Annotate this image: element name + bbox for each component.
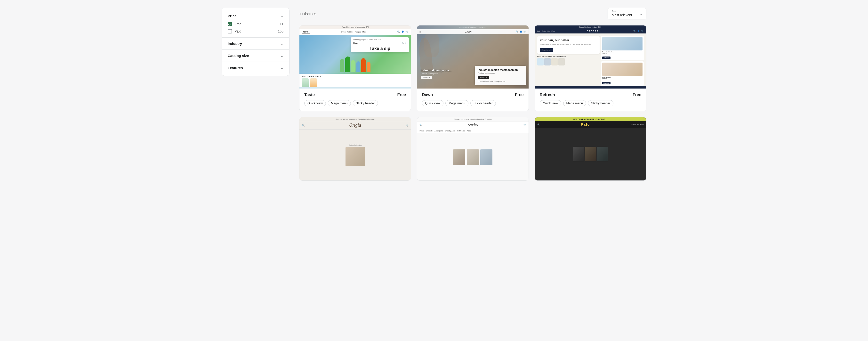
palo-nav: 🔍 Palo Shop UMONI: [535, 121, 646, 128]
refresh-tag-2[interactable]: Sticky header: [588, 100, 613, 106]
taste-browser: taste Drinks Nutrition Recipes More 🔍 👤: [300, 29, 411, 89]
dawn-tag-0[interactable]: Quick view: [422, 100, 443, 106]
taste-body: Free shipping on all orders over $70 tas…: [300, 35, 411, 87]
sort-label: Sort: [612, 10, 632, 13]
taste-name: Taste: [304, 92, 315, 97]
refresh-theme-image: Free shipping on orders $80+ Hair Body K…: [535, 26, 646, 89]
paid-label: Paid: [235, 29, 241, 33]
taste-tag-0[interactable]: Quick view: [304, 100, 326, 106]
taste-tags: Quick view Mega menu Sticky header: [304, 100, 406, 106]
dawn-nav: ☰ DAWN 🔍 👤 🛒: [417, 29, 528, 34]
catalog-size-filter-header[interactable]: Catalog size ⌄: [228, 54, 283, 58]
dawn-name: Dawn: [422, 92, 433, 97]
taste-top-bar: Free shipping on all orders over $70: [300, 26, 411, 29]
catalog-size-chevron-icon: ⌄: [281, 54, 283, 58]
palo-theme-image: NEW FIND HAVE LANDED - SHOP NOW → 🔍 Palo…: [535, 117, 646, 181]
refresh-tag-1[interactable]: Mega menu: [563, 100, 586, 106]
dawn-top-bar: Free shipping available on all orders: [417, 26, 528, 29]
sidebar-filters: Price ⌃ Free 11 Paid 100: [222, 8, 289, 76]
taste-popup-card: Free shipping on all orders over $70 tas…: [351, 37, 409, 52]
sort-dropdown[interactable]: Sort Most relevant ⌄: [608, 8, 646, 20]
industry-filter-section: Industry ⌄: [222, 38, 289, 50]
origia-banner-bar: Biannual sale on now — use 'Originals' a…: [300, 117, 411, 121]
theme-card-taste[interactable]: Free shipping on all orders over $70 tas…: [299, 25, 411, 111]
free-label: Free: [235, 22, 242, 26]
price-filter-items: Free 11 Paid 100: [228, 22, 283, 33]
catalog-size-filter-section: Catalog size ⌄: [222, 50, 289, 62]
origia-theme-image: Biannual sale on now — use 'Originals' a…: [300, 117, 411, 181]
refresh-tag-0[interactable]: Quick view: [540, 100, 561, 106]
taste-hero: Free shipping on all orders over $70 tas…: [300, 35, 411, 74]
sort-chevron-icon: ⌄: [636, 9, 646, 18]
dawn-tags: Quick view Mega menu Sticky header: [422, 100, 524, 106]
price-filter-title: Price: [228, 14, 237, 18]
taste-nav: taste Drinks Nutrition Recipes More 🔍 👤: [300, 29, 411, 35]
paid-filter-item[interactable]: Paid 100: [228, 29, 283, 33]
theme-card-dawn[interactable]: Free shipping available on all orders ☰ …: [417, 25, 529, 111]
refresh-top-bar: Free shipping on orders $80+: [535, 26, 646, 29]
theme-card-refresh[interactable]: Free shipping on orders $80+ Hair Body K…: [535, 25, 646, 111]
refresh-body: Your hair, but better. Lather up with ou…: [535, 33, 646, 86]
dawn-shop-now-btn[interactable]: Shop now: [421, 76, 432, 79]
dawn-price: Free: [515, 92, 524, 97]
price-filter-header[interactable]: Price ⌃: [228, 14, 283, 18]
dawn-tag-2[interactable]: Sticky header: [470, 100, 496, 106]
refresh-mock: Free shipping on orders $80+ Hair Body K…: [535, 26, 646, 89]
taste-cta-text: Take a sip: [353, 46, 406, 51]
refresh-add-cart-btn-2[interactable]: Add to cart: [602, 82, 611, 84]
features-filter-title: Features: [228, 66, 243, 70]
studio-nav-links: Prints Originals Art Objects Shop by Art…: [417, 129, 528, 133]
industry-chevron-icon: ⌄: [281, 42, 283, 45]
features-filter-header[interactable]: Features ⌄: [228, 66, 283, 70]
origia-logo-display: Origía: [349, 123, 361, 128]
refresh-add-cart-btn-1[interactable]: Add to cart: [602, 57, 611, 59]
palo-mock: NEW FIND HAVE LANDED - SHOP NOW → 🔍 Palo…: [535, 117, 646, 181]
free-filter-item[interactable]: Free 11: [228, 22, 283, 26]
free-checkbox[interactable]: [228, 22, 232, 26]
refresh-shop-shampoo-btn[interactable]: Shop shampoo: [540, 48, 553, 52]
refresh-product-card-2: Eye Stick 2.0 $38.00 Add to cart: [601, 61, 644, 86]
dawn-tag-1[interactable]: Mega menu: [445, 100, 468, 106]
theme-card-origia[interactable]: Biannual sale on now — use 'Originals' a…: [299, 117, 411, 181]
palo-logo-display: Palo: [581, 122, 590, 126]
main-content: 11 themes Sort Most relevant ⌄ Free ship…: [299, 8, 646, 181]
palo-banner-bar: NEW FIND HAVE LANDED - SHOP NOW →: [535, 117, 646, 121]
taste-mock: Free shipping on all orders over $70 tas…: [300, 26, 411, 89]
refresh-price: Free: [632, 92, 641, 97]
paid-count: 100: [278, 29, 283, 33]
origia-nav: 🔍 Origía 🛒: [300, 121, 411, 129]
taste-logo-small: taste: [302, 30, 310, 33]
taste-bestsellers: Meet our bestsellers: [300, 74, 411, 87]
taste-tag-2[interactable]: Sticky header: [353, 100, 378, 106]
features-filter-section: Features ⌄: [222, 62, 289, 74]
catalog-size-filter-title: Catalog size: [228, 54, 249, 58]
themes-count: 11 themes: [299, 12, 316, 16]
taste-price: Free: [397, 92, 406, 97]
dawn-mock: Free shipping available on all orders ☰ …: [417, 26, 528, 89]
taste-tag-1[interactable]: Mega menu: [328, 100, 351, 106]
dawn-info: Dawn Free Quick view Mega menu Sticky he…: [417, 89, 528, 111]
paid-checkbox[interactable]: [228, 29, 232, 33]
industry-filter-title: Industry: [228, 41, 242, 45]
main-header: 11 themes Sort Most relevant ⌄: [299, 8, 646, 20]
free-count: 11: [280, 22, 283, 26]
features-chevron-icon: ⌄: [281, 66, 283, 70]
dawn-overlay-left: Industrial design me... Discover limited…: [421, 69, 452, 79]
theme-card-studio[interactable]: Discover our newest collection from Lula…: [417, 117, 529, 181]
dawn-card-shop-btn[interactable]: Shop now: [478, 76, 489, 79]
taste-info: Taste Free Quick view Mega menu Sticky h…: [300, 89, 411, 111]
studio-nav: 🔍 Studio 🛒: [417, 122, 528, 129]
taste-nav-items: Drinks Nutrition Recipes More: [341, 31, 366, 33]
refresh-tags: Quick view Mega menu Sticky header: [540, 100, 641, 106]
studio-banner-bar: Discover our newest collection from Lula…: [417, 117, 528, 122]
industry-filter-header[interactable]: Industry ⌄: [228, 41, 283, 45]
refresh-info: Refresh Free Quick view Mega menu Sticky…: [535, 89, 646, 111]
price-filter-section: Price ⌃ Free 11 Paid 100: [222, 10, 289, 38]
refresh-name: Refresh: [540, 92, 555, 97]
studio-theme-image: Discover our newest collection from Lula…: [417, 117, 528, 181]
studio-mock: Discover our newest collection from Lula…: [417, 117, 528, 181]
taste-theme-image: Free shipping on all orders over $70 tas…: [300, 26, 411, 89]
refresh-product-card-1: Face Moisturizer $18.00 Add to cart: [601, 36, 644, 60]
theme-card-palo[interactable]: NEW FIND HAVE LANDED - SHOP NOW → 🔍 Palo…: [535, 117, 646, 181]
dawn-theme-image: Free shipping available on all orders ☰ …: [417, 26, 528, 89]
